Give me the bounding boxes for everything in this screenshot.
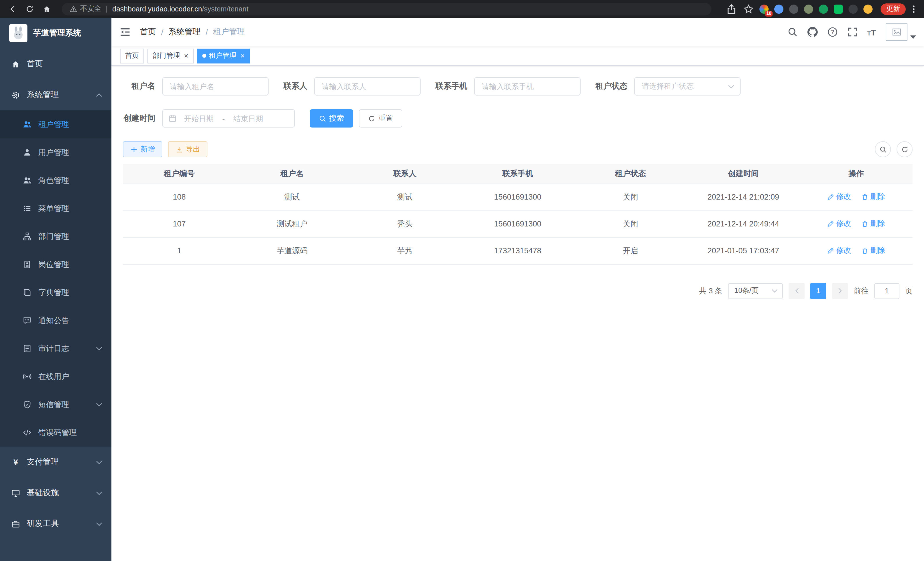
sidebar-item-home[interactable]: 首页: [0, 49, 111, 80]
close-icon[interactable]: ×: [240, 52, 244, 59]
extension-icon-1[interactable]: 10: [759, 4, 769, 14]
filter-row-1: 租户名 联系人 联系手机 租户状态 请选择租户状态: [123, 77, 913, 96]
bookmark-star-icon[interactable]: [743, 4, 754, 14]
font-size-icon[interactable]: TT: [867, 28, 876, 36]
chrome-update-button[interactable]: 更新: [880, 3, 906, 15]
sidebar-item-post-management[interactable]: 岗位管理: [0, 250, 111, 278]
not-secure-warning-icon: [70, 5, 77, 13]
status-select[interactable]: 请选择租户状态: [634, 77, 741, 96]
tab-home[interactable]: 首页: [120, 48, 144, 63]
delete-link[interactable]: 删除: [861, 219, 885, 229]
sidebar-item-sms-management[interactable]: 短信管理: [0, 391, 111, 419]
current-page-button[interactable]: 1: [810, 283, 826, 299]
reset-button[interactable]: 重置: [359, 109, 402, 128]
extension-icon-5[interactable]: [819, 4, 828, 14]
pagination: 共 3 条 10条/页 1 前往 页: [123, 283, 913, 299]
date-start-input[interactable]: [177, 114, 221, 123]
browser-reload-button[interactable]: [23, 2, 37, 16]
date-end-input[interactable]: [226, 114, 271, 123]
edit-icon: [827, 247, 835, 254]
browser-back-button[interactable]: [6, 2, 20, 16]
sidebar-item-tenant-management[interactable]: 租户管理: [0, 110, 111, 138]
extension-icon-8[interactable]: [863, 4, 873, 14]
page-size-select[interactable]: 10条/页: [728, 283, 783, 299]
sidebar-item-audit-log[interactable]: 审计日志: [0, 335, 111, 362]
github-icon[interactable]: [807, 27, 818, 37]
app-logo[interactable]: 芋道管理系统: [0, 18, 111, 49]
sidebar-item-system-management[interactable]: 系统管理: [0, 80, 111, 110]
page-unit-label: 页: [905, 286, 913, 296]
sidebar-item-payment-management[interactable]: ¥ 支付管理: [0, 447, 111, 478]
sidebar-item-role-management[interactable]: 角色管理: [0, 166, 111, 194]
delete-icon: [861, 193, 868, 201]
edit-link[interactable]: 修改: [827, 192, 851, 202]
sidebar-item-dict-management[interactable]: 字典管理: [0, 278, 111, 307]
tab-tenant-management[interactable]: 租户管理 ×: [197, 48, 250, 63]
breadcrumb-system[interactable]: 系统管理: [169, 27, 201, 37]
delete-icon: [861, 220, 868, 228]
search-icon[interactable]: [787, 27, 797, 37]
help-icon[interactable]: [827, 27, 837, 37]
close-icon[interactable]: ×: [184, 52, 188, 59]
system-submenu: 租户管理 用户管理 角色管理 菜单管理 部门管理: [0, 110, 111, 447]
chevron-down-icon: [771, 289, 778, 293]
org-tree-icon: [23, 232, 32, 241]
share-icon[interactable]: [726, 4, 736, 14]
sidebar-fold-icon[interactable]: [119, 27, 131, 37]
contact-input[interactable]: [314, 77, 421, 96]
edit-link[interactable]: 修改: [827, 219, 851, 229]
tenant-name-input[interactable]: [162, 77, 268, 96]
browser-actions: 10 更新: [719, 3, 918, 15]
edit-link[interactable]: 修改: [827, 246, 851, 256]
extension-icon-3[interactable]: [789, 4, 798, 14]
security-label[interactable]: 不安全: [80, 4, 101, 14]
address-divider: [106, 5, 106, 12]
refresh-icon: [901, 146, 908, 153]
sidebar-item-error-code-management[interactable]: 错误码管理: [0, 419, 111, 447]
search-icon: [879, 146, 886, 153]
browser-menu-icon[interactable]: [909, 4, 918, 14]
address-bar[interactable]: 不安全 dashboard.yudao.iocoder.cn /system/t…: [62, 3, 711, 15]
sidebar-item-dev-tools[interactable]: 研发工具: [0, 508, 111, 539]
status-text: 开启: [574, 237, 687, 264]
extension-icon-2[interactable]: [774, 4, 783, 14]
refresh-table-button[interactable]: [897, 141, 913, 157]
sidebar-item-menu-management[interactable]: 菜单管理: [0, 194, 111, 223]
user-icon: [23, 148, 32, 157]
phone-input[interactable]: [474, 77, 580, 96]
tab-dept-management[interactable]: 部门管理 ×: [147, 48, 194, 63]
extension-icon-6[interactable]: [834, 4, 843, 14]
goto-label: 前往: [854, 286, 868, 296]
delete-link[interactable]: 删除: [861, 192, 885, 202]
sidebar-item-dept-management[interactable]: 部门管理: [0, 223, 111, 250]
user-avatar-dropdown[interactable]: [886, 23, 916, 41]
breadcrumb-home[interactable]: 首页: [140, 27, 156, 37]
add-button[interactable]: 新增: [123, 141, 162, 157]
gear-icon: [11, 91, 20, 99]
fullscreen-icon[interactable]: [847, 27, 857, 37]
sidebar-item-notice[interactable]: 通知公告: [0, 307, 111, 335]
create-time-range-picker[interactable]: -: [162, 109, 295, 128]
list-icon: [23, 204, 32, 213]
extension-icon-4[interactable]: [804, 4, 813, 14]
sidebar-item-online-users[interactable]: 在线用户: [0, 362, 111, 391]
yen-icon: ¥: [11, 457, 20, 467]
browser-home-button[interactable]: [40, 2, 54, 16]
export-button[interactable]: 导出: [168, 141, 207, 157]
extension-icon-7[interactable]: [849, 4, 858, 14]
breadcrumb-separator: /: [161, 27, 164, 37]
pagination-total: 共 3 条: [699, 286, 722, 296]
prev-page-button[interactable]: [789, 283, 805, 299]
sidebar-item-user-management[interactable]: 用户管理: [0, 138, 111, 166]
delete-link[interactable]: 删除: [861, 246, 885, 256]
next-page-button[interactable]: [832, 283, 848, 299]
chevron-down-icon: [96, 491, 102, 495]
active-dot-icon: [202, 54, 206, 58]
sidebar-item-infrastructure[interactable]: 基础设施: [0, 478, 111, 508]
toggle-search-button[interactable]: [875, 141, 891, 157]
goto-page-input[interactable]: [874, 283, 899, 299]
url-domain: dashboard.yudao.iocoder.cn: [112, 5, 202, 13]
search-button[interactable]: 搜索: [310, 109, 353, 128]
chevron-down-icon: [728, 84, 734, 88]
topbar-actions: TT: [787, 23, 916, 41]
